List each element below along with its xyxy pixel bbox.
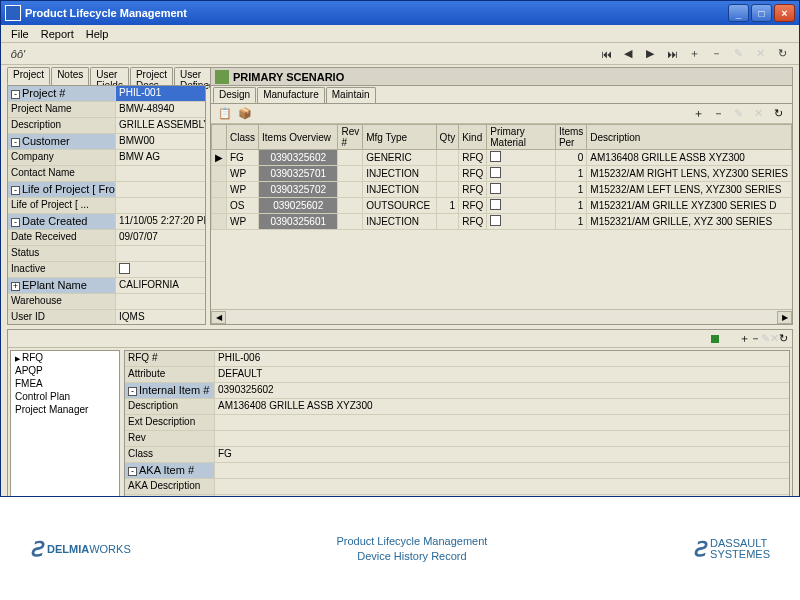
copy-icon[interactable]: 📋 [216,106,234,122]
pmat-checkbox[interactable] [490,215,501,226]
lower-add-icon[interactable]: ＋ [739,331,750,346]
lower-cancel-icon[interactable]: ✕ [770,332,779,345]
detail-desc[interactable]: AM136408 GRILLE ASSB XYZ300 [215,399,789,414]
prop-status[interactable] [116,246,205,261]
list-item-cp[interactable]: Control Plan [11,390,119,403]
prop-customer-group[interactable]: -Customer [8,134,116,149]
module-list[interactable]: RFQ APQP FMEA Control Plan Project Manag… [10,350,120,496]
nav-prev-icon[interactable]: ◀ [619,46,637,62]
items-grid[interactable]: Class Items Overview Rev # Mfg Type Qty … [211,124,792,230]
menu-file[interactable]: File [5,28,35,40]
binoculars-icon[interactable]: ôô' [9,46,27,62]
prop-date-created[interactable]: 11/10/05 2:27:20 PM [116,214,205,229]
prop-warehouse[interactable] [116,294,205,309]
col-pmat[interactable]: Primary Material [487,125,556,150]
prop-eplant[interactable]: CALIFORNIA [116,278,205,293]
prop-project-num[interactable]: PHIL-001 [116,86,205,101]
prop-project-group[interactable]: -Project # [8,86,116,101]
prop-project-name[interactable]: BMW-48940 [116,102,205,117]
prop-contact[interactable] [116,166,205,181]
minimize-button[interactable]: _ [728,4,749,22]
prop-userid[interactable]: IQMS [116,310,205,325]
prop-life[interactable] [116,182,205,197]
package-icon[interactable]: 📦 [236,106,254,122]
lbl: Inactive [8,262,116,277]
tab-project[interactable]: Project [7,67,50,85]
col-mfg[interactable]: Mfg Type [363,125,436,150]
edit-icon[interactable]: ✎ [729,46,747,62]
nav-next-icon[interactable]: ▶ [641,46,659,62]
table-row[interactable]: WP 0390325601 INJECTION RFQ 1 M152321/AM… [212,214,792,230]
table-row[interactable]: WP 0390325701 INJECTION RFQ 1 M15232/AM … [212,166,792,182]
logo-delmiaworks: Ƨ DELMIAWORKS [30,537,131,561]
grid-add-icon[interactable]: ＋ [689,106,707,122]
tab-project-docs[interactable]: Project Docs [130,67,173,85]
titlebar[interactable]: Product Lifecycle Management _ □ × [1,1,799,25]
grid-remove-icon[interactable]: － [709,106,727,122]
table-row[interactable]: OS 039025602 OUTSOURCE 1 RFQ 1 M152321/A… [212,198,792,214]
tab-design[interactable]: Design [213,87,256,103]
detail-item[interactable]: 0390325602 [215,383,789,398]
prop-customer[interactable]: BMW00 [116,134,205,149]
prop-date-received[interactable]: 09/07/07 [116,230,205,245]
prop-description[interactable]: GRILLE ASSEMBLY [116,118,205,133]
scroll-right-icon[interactable]: ▶ [777,311,792,324]
nav-last-icon[interactable]: ⏭ [663,46,681,62]
maximize-button[interactable]: □ [751,4,772,22]
col-class[interactable]: Class [227,125,259,150]
prop-company[interactable]: BMW AG [116,150,205,165]
grid-hscroll[interactable]: ◀ ▶ [211,309,792,324]
prop-life-group[interactable]: -Life of Project [ Fro... [8,182,116,197]
remove-icon[interactable]: － [707,46,725,62]
pmat-checkbox[interactable] [490,167,501,178]
detail-class[interactable]: FG [215,447,789,462]
tab-user-fields[interactable]: User Fields [90,67,129,85]
list-item-fmea[interactable]: FMEA [11,377,119,390]
grid-cancel-icon[interactable]: ✕ [749,106,767,122]
pmat-checkbox[interactable] [490,199,501,210]
col-kind[interactable]: Kind [459,125,487,150]
pmat-checkbox[interactable] [490,183,501,194]
detail-aka-rev[interactable] [215,495,789,496]
lower-refresh-icon[interactable]: ↻ [779,332,788,345]
list-item-rfq[interactable]: RFQ [11,351,119,364]
pmat-checkbox[interactable] [490,151,501,162]
prop-date-group[interactable]: -Date Created [8,214,116,229]
detail-aka-group[interactable]: -AKA Item # [125,463,215,478]
detail-ext[interactable] [215,415,789,430]
col-qty[interactable]: Qty [436,125,459,150]
prop-inactive[interactable] [116,262,205,277]
detail-rfq[interactable]: PHIL-006 [215,351,789,366]
detail-rev[interactable] [215,431,789,446]
col-items[interactable]: Items Overview [259,125,338,150]
cancel-icon[interactable]: ✕ [751,46,769,62]
close-button[interactable]: × [774,4,795,22]
table-row[interactable]: WP 0390325702 INJECTION RFQ 1 M15232/AM … [212,182,792,198]
tab-manufacture[interactable]: Manufacture [257,87,325,103]
detail-aka-desc[interactable] [215,479,789,494]
detail-aka[interactable] [215,463,789,478]
menu-help[interactable]: Help [80,28,115,40]
add-icon[interactable]: ＋ [685,46,703,62]
grid-refresh-icon[interactable]: ↻ [769,106,787,122]
list-item-pm[interactable]: Project Manager [11,403,119,416]
table-row[interactable]: ▶ FG 0390325602 GENERIC RFQ 0 AM136408 G… [212,150,792,166]
prop-life2[interactable] [116,198,205,213]
nav-first-icon[interactable]: ⏮ [597,46,615,62]
tab-maintain[interactable]: Maintain [326,87,376,103]
scroll-left-icon[interactable]: ◀ [211,311,226,324]
grid-edit-icon[interactable]: ✎ [729,106,747,122]
prop-eplant-group[interactable]: +EPlant Name [8,278,116,293]
menu-report[interactable]: Report [35,28,80,40]
lower-edit-icon[interactable]: ✎ [761,332,770,345]
col-rev[interactable]: Rev # [338,125,363,150]
tab-notes[interactable]: Notes [51,67,89,85]
list-item-apqp[interactable]: APQP [11,364,119,377]
lower-remove-icon[interactable]: － [750,331,761,346]
refresh-icon[interactable]: ↻ [773,46,791,62]
detail-item-group[interactable]: -Internal Item # [125,383,215,398]
detail-attr[interactable]: DEFAULT [215,367,789,382]
col-iper[interactable]: Items Per [555,125,586,150]
lbl: Ext Description [125,415,215,430]
col-desc[interactable]: Description [587,125,792,150]
